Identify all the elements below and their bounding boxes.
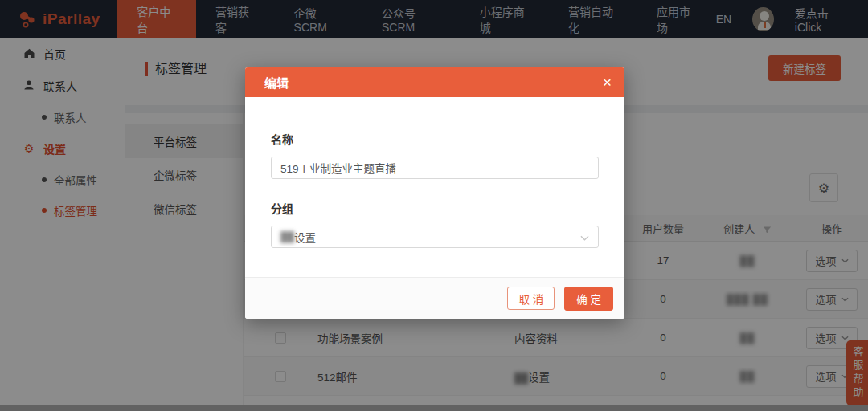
edit-tag-modal: 编辑 × 名称 分组 ██ 设置 取 消 确 定: [245, 67, 624, 319]
group-value-redacted: ██: [280, 231, 294, 242]
group-field-label: 分组: [271, 200, 599, 216]
close-icon[interactable]: ×: [603, 75, 612, 90]
modal-body: 名称 分组 ██ 设置: [245, 97, 624, 248]
group-select[interactable]: ██ 设置: [271, 226, 599, 248]
chevron-down-icon: [580, 231, 589, 243]
group-value: 设置: [294, 229, 316, 245]
name-field-label: 名称: [271, 131, 599, 147]
modal-title: 编辑: [264, 74, 289, 91]
app-window: iParllay 客户中台 营销获客 企微SCRM 公众号SCRM 小程序商城 …: [0, 0, 868, 411]
modal-header: 编辑 ×: [245, 67, 624, 97]
confirm-button[interactable]: 确 定: [564, 287, 613, 311]
modal-footer: 取 消 确 定: [245, 277, 624, 319]
cancel-button[interactable]: 取 消: [507, 287, 555, 310]
name-input[interactable]: [271, 157, 599, 179]
